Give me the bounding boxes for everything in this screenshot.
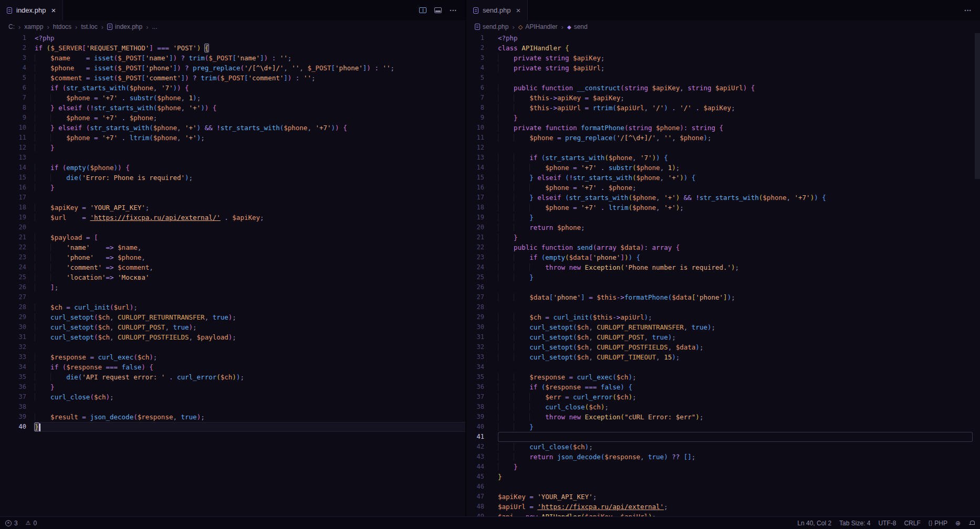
code-line[interactable]: 9 }: [466, 113, 980, 123]
code-line[interactable]: 33 curl_setopt($ch, CURLOPT_TIMEOUT, 15)…: [466, 352, 980, 362]
code-line[interactable]: 15 die('Error: Phone is required');: [0, 173, 465, 183]
code-line[interactable]: 19 $url = 'https://fixcpa.ru/api/externa…: [0, 213, 465, 223]
close-tab-icon[interactable]: ×: [516, 6, 521, 15]
vertical-scrollbar[interactable]: [975, 33, 980, 179]
code-line[interactable]: 45}: [466, 472, 980, 482]
code-line[interactable]: 10 private function formatPhone(string $…: [466, 123, 980, 133]
code-line[interactable]: 26: [466, 282, 980, 292]
code-line[interactable]: 40}: [0, 422, 465, 432]
code-line[interactable]: 24 'comment' => $comment,: [0, 262, 465, 272]
code-editor-index-php[interactable]: 1<?php2if ($_SERVER['REQUEST_METHOD'] ==…: [0, 33, 465, 516]
code-line[interactable]: 18 $phone = '+7' . ltrim($phone, '+');: [466, 203, 980, 213]
tab-index-php[interactable]: index.php ×: [0, 0, 63, 20]
encoding[interactable]: UTF-8: [878, 520, 896, 527]
code-line[interactable]: 4 private string $apiUrl;: [466, 63, 980, 73]
breadcrumb-item[interactable]: C:: [8, 23, 15, 30]
code-line[interactable]: 8 } elseif (!str_starts_with($phone, '+'…: [0, 103, 465, 113]
code-line[interactable]: 29 $ch = curl_init($this->apiUrl);: [466, 312, 980, 322]
code-line[interactable]: 40 }: [466, 422, 980, 432]
code-line[interactable]: 34 if ($response === false) {: [0, 362, 465, 372]
code-line[interactable]: 37 $err = curl_error($ch);: [466, 392, 980, 402]
code-line[interactable]: 4 $phone = isset($_POST['phone']) ? preg…: [0, 63, 465, 73]
code-line[interactable]: 49$api = new APIHandler($apiKey, $apiUrl…: [466, 512, 980, 516]
code-line[interactable]: 38: [0, 402, 465, 412]
code-line[interactable]: 35 $response = curl_exec($ch);: [466, 372, 980, 382]
tab-send-php[interactable]: send.php ×: [466, 0, 528, 20]
code-line[interactable]: 15 } elseif (!str_starts_with($phone, '+…: [466, 173, 980, 183]
code-line[interactable]: 8 $this->apiUrl = rtrim($apiUrl, '/') . …: [466, 103, 980, 113]
code-line[interactable]: 12: [466, 143, 980, 153]
indentation[interactable]: Tab Size: 4: [839, 520, 870, 527]
breadcrumb-item[interactable]: send: [567, 23, 588, 30]
breadcrumb-item[interactable]: send.php: [475, 23, 508, 30]
code-line[interactable]: 6 public function __construct(string $ap…: [466, 83, 980, 93]
code-line[interactable]: 42 curl_close($ch);: [466, 442, 980, 452]
code-line[interactable]: 32: [0, 342, 465, 352]
code-line[interactable]: 48$apiUrl = 'https://fixcpa.ru/api/exter…: [466, 502, 980, 512]
breadcrumb-item[interactable]: htdocs: [53, 23, 71, 30]
code-line[interactable]: 31 curl_setopt($ch, CURLOPT_POSTFIELDS, …: [0, 332, 465, 342]
code-line[interactable]: 34: [466, 362, 980, 372]
code-line[interactable]: 25 'location'=> 'Москва': [0, 272, 465, 282]
code-line[interactable]: 9 $phone = '+7' . $phone;: [0, 113, 465, 123]
code-line[interactable]: 18 $apiKey = 'YOUR_API_KEY';: [0, 203, 465, 213]
code-line[interactable]: 47$apiKey = 'YOUR_API_KEY';: [466, 492, 980, 502]
code-line[interactable]: 27: [0, 292, 465, 302]
code-line[interactable]: 1<?php: [0, 33, 465, 43]
eol[interactable]: CRLF: [904, 520, 920, 527]
code-line[interactable]: 37 curl_close($ch);: [0, 392, 465, 402]
language-mode[interactable]: PHP: [929, 520, 947, 527]
cursor-position[interactable]: Ln 40, Col 2: [797, 520, 831, 527]
code-line[interactable]: 2class APIHandler {: [466, 43, 980, 53]
code-line[interactable]: 39 $result = json_decode($response, true…: [0, 412, 465, 422]
code-line[interactable]: 3 $name = isset($_POST['name']) ? trim($…: [0, 53, 465, 63]
code-line[interactable]: 35 die('API request error: ' . curl_erro…: [0, 372, 465, 382]
code-line[interactable]: 16 }: [0, 183, 465, 193]
code-editor-send-php[interactable]: 1<?php2class APIHandler {3 private strin…: [466, 33, 980, 516]
code-line[interactable]: 28: [466, 302, 980, 312]
code-line[interactable]: 36 }: [0, 382, 465, 392]
problems-warnings[interactable]: 0: [26, 520, 37, 527]
code-line[interactable]: 5: [466, 73, 980, 83]
code-line[interactable]: 2if ($_SERVER['REQUEST_METHOD'] === 'POS…: [0, 43, 465, 53]
breadcrumb-item[interactable]: tst.loc: [81, 23, 97, 30]
code-line[interactable]: 14 if (empty($phone)) {: [0, 163, 465, 173]
code-line[interactable]: 44 }: [466, 462, 980, 472]
code-line[interactable]: 32 curl_setopt($ch, CURLOPT_POSTFIELDS, …: [466, 342, 980, 352]
code-line[interactable]: 38 curl_close($ch);: [466, 402, 980, 412]
code-line[interactable]: 7 $this->apiKey = $apiKey;: [466, 93, 980, 103]
code-line[interactable]: 12 }: [0, 143, 465, 153]
code-line[interactable]: 36 if ($response === false) {: [466, 382, 980, 392]
more-actions-icon[interactable]: [450, 6, 457, 15]
code-line[interactable]: 20 return $phone;: [466, 223, 980, 232]
code-line[interactable]: 33 $response = curl_exec($ch);: [0, 352, 465, 362]
code-line[interactable]: 24 throw new Exception('Phone number is …: [466, 262, 980, 272]
code-line[interactable]: 17 } elseif (str_starts_with($phone, '+'…: [466, 193, 980, 203]
code-line[interactable]: 43 return json_decode($response, true) ?…: [466, 452, 980, 462]
code-line[interactable]: 7 $phone = '+7' . substr($phone, 1);: [0, 93, 465, 103]
close-tab-icon[interactable]: ×: [51, 6, 56, 15]
toggle-layout-icon[interactable]: [434, 7, 442, 13]
code-line[interactable]: 26 ];: [0, 282, 465, 292]
code-line[interactable]: 30 curl_setopt($ch, CURLOPT_POST, true);: [0, 322, 465, 332]
code-line[interactable]: 25 }: [466, 272, 980, 282]
breadcrumb-item[interactable]: APIHandler: [518, 23, 558, 30]
code-line[interactable]: 13 if (str_starts_with($phone, '7')) {: [466, 153, 980, 163]
split-editor-icon[interactable]: [419, 7, 426, 13]
code-line[interactable]: 23 'phone' => $phone,: [0, 252, 465, 262]
code-line[interactable]: 10 } elseif (str_starts_with($phone, '+'…: [0, 123, 465, 133]
code-line[interactable]: 14 $phone = '+7' . substr($phone, 1);: [466, 163, 980, 173]
code-line[interactable]: 1<?php: [466, 33, 980, 43]
code-line[interactable]: 22 public function send(array $data): ar…: [466, 242, 980, 252]
code-line[interactable]: 21 $payload = [: [0, 232, 465, 242]
code-line[interactable]: 41: [466, 432, 980, 442]
code-line[interactable]: 46: [466, 482, 980, 492]
code-line[interactable]: 21 }: [466, 232, 980, 242]
code-line[interactable]: 22 'name' => $name,: [0, 242, 465, 252]
code-line[interactable]: 20: [0, 223, 465, 232]
code-line[interactable]: 5 $comment = isset($_POST['comment']) ? …: [0, 73, 465, 83]
code-line[interactable]: 39 throw new Exception("cURL Error: $err…: [466, 412, 980, 422]
code-line[interactable]: 23 if (empty($data['phone'])) {: [466, 252, 980, 262]
code-line[interactable]: 30 curl_setopt($ch, CURLOPT_RETURNTRANSF…: [466, 322, 980, 332]
breadcrumb-item[interactable]: ...: [152, 23, 158, 30]
